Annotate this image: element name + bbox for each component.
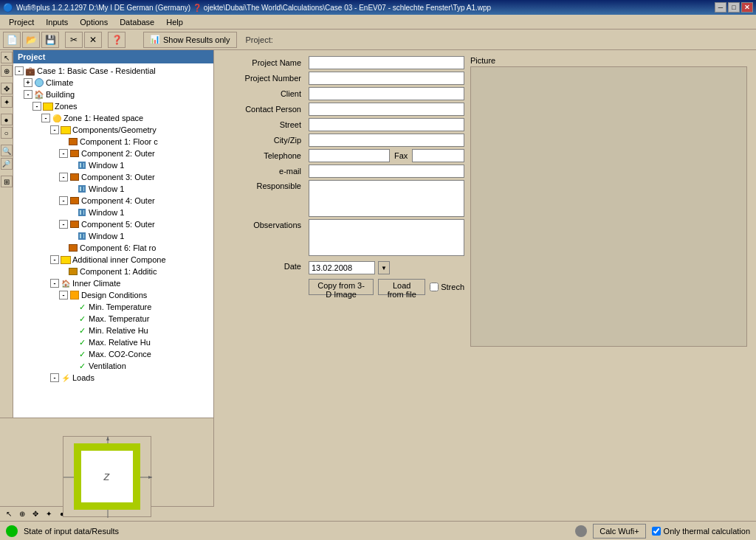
city-zip-input[interactable] [309, 134, 464, 147]
help-button[interactable]: ❓ [108, 32, 126, 48]
save-button[interactable]: 💾 [41, 32, 59, 48]
tree-item-comp3[interactable]: - Component 3: Outer [15, 171, 213, 183]
fax-input[interactable] [412, 149, 464, 162]
street-input[interactable] [309, 118, 464, 131]
expand-additional[interactable]: - [50, 255, 59, 264]
expand-design-conditions[interactable]: - [59, 291, 68, 300]
load-from-file-button[interactable]: Load from file [378, 279, 425, 295]
delete-button[interactable]: ✕ [84, 32, 102, 48]
menu-database[interactable]: Database [114, 16, 160, 28]
menu-project[interactable]: Project [3, 16, 40, 28]
tree-item-design-conditions[interactable]: - Design Conditions [15, 289, 213, 301]
vert-circle2-btn[interactable]: ○ [1, 127, 13, 139]
vert-move-btn[interactable]: ✥ [1, 83, 13, 94]
tree-item-comp1[interactable]: Component 1: Floor c [15, 136, 213, 148]
tree-item-zone1[interactable]: - 🟡 Zone 1: Heated space [15, 112, 213, 124]
strech-checkbox[interactable] [430, 283, 439, 291]
tree-item-building[interactable]: - 🏠 Building [15, 89, 213, 100]
menu-help[interactable]: Help [160, 16, 189, 28]
expand-loads[interactable]: - [50, 373, 59, 382]
vert-circle-btn[interactable]: ● [1, 114, 13, 125]
date-dropdown[interactable]: ▼ [378, 261, 390, 274]
expand-building[interactable]: - [24, 90, 32, 99]
tree-item-window1c[interactable]: Window 1 [15, 207, 213, 218]
tree-item-additional[interactable]: - Additional inner Compone [15, 254, 213, 266]
bottom-btn-2[interactable]: ⊕ [16, 508, 28, 520]
tree-item-comp1add[interactable]: Component 1: Additic [15, 266, 213, 277]
responsible-textarea[interactable] [309, 180, 464, 217]
expand-case[interactable]: - [15, 66, 24, 75]
menu-inputs[interactable]: Inputs [40, 16, 74, 28]
tree-item-max-rh[interactable]: ✓ Max. Relative Hu [15, 336, 213, 348]
tree-item-window1b[interactable]: Window 1 [15, 183, 213, 195]
titlebar-controls[interactable]: ─ □ ✕ [715, 2, 753, 13]
vert-star-btn[interactable]: ✦ [1, 96, 13, 108]
telephone-fax-row: Fax [309, 149, 464, 162]
tree-item-zones[interactable]: - Zones [15, 100, 213, 112]
bottom-btn-3[interactable]: ✥ [30, 508, 41, 520]
cut-button[interactable]: ✂ [65, 32, 83, 48]
comp2-icon [69, 148, 80, 159]
bottom-btn-1[interactable]: ↖ [3, 508, 15, 520]
project-number-label: Project Number [223, 74, 304, 83]
vert-plus-btn[interactable]: ⊕ [1, 65, 13, 77]
vert-zoom-in-btn[interactable]: 🔍 [1, 145, 13, 156]
tree-item-climate[interactable]: + Climate [15, 77, 213, 89]
tree-item-ventilation[interactable]: ✓ Ventilation [15, 360, 213, 372]
expand-comp5[interactable]: - [59, 220, 68, 229]
observations-label: Observations [223, 219, 304, 229]
tree-item-comp5[interactable]: - Component 5: Outer [15, 218, 213, 230]
expand-components[interactable]: - [50, 125, 59, 134]
tree-item-comp6[interactable]: Component 6: Flat ro [15, 242, 213, 254]
tree-item-comp4[interactable]: - Component 4: Outer [15, 195, 213, 207]
maximize-button[interactable]: □ [728, 2, 740, 13]
expand-inner-climate[interactable]: - [50, 279, 59, 288]
telephone-input[interactable] [309, 149, 390, 162]
expand-zones[interactable]: - [32, 102, 41, 111]
tree-item-case[interactable]: - 💼 Case 1: Basic Case - Residential [15, 65, 213, 77]
email-input[interactable] [309, 165, 464, 178]
expand-comp2[interactable]: - [59, 149, 68, 158]
only-thermal-checkbox[interactable] [652, 527, 661, 536]
minimize-button[interactable]: ─ [715, 2, 726, 13]
tree-item-min-rh[interactable]: ✓ Min. Relative Hu [15, 325, 213, 336]
tree-item-window1a[interactable]: Window 1 [15, 159, 213, 171]
show-results-button[interactable]: 📊 Show Results only [143, 32, 237, 48]
comp3-label: Component 3: Outer [81, 173, 155, 181]
tree-container[interactable]: - 💼 Case 1: Basic Case - Residential + C… [13, 63, 213, 418]
titlebar-text: Wufi®plus 1.2.2.1297 D:\My I DE German (… [16, 4, 491, 12]
bottom-btn-4[interactable]: ✦ [43, 508, 55, 520]
project-label: Project: [246, 35, 273, 44]
tree-item-inner-climate[interactable]: - 🏠 Inner Climate [15, 277, 213, 289]
menu-options[interactable]: Options [74, 16, 114, 28]
project-number-input[interactable] [309, 72, 464, 85]
tree-item-max-temp[interactable]: ✓ Max. Temperatur [15, 313, 213, 325]
new-button[interactable]: 📄 [3, 32, 21, 48]
expand-comp4[interactable]: - [59, 196, 68, 205]
vert-zoom-out-btn[interactable]: 🔎 [1, 158, 13, 170]
tree-item-comp2[interactable]: - Component 2: Outer [15, 148, 213, 159]
contact-person-input[interactable] [309, 103, 464, 116]
tree-item-window1d[interactable]: Window 1 [15, 230, 213, 242]
expand-zone1[interactable]: - [41, 114, 50, 122]
expand-comp3[interactable]: - [59, 173, 68, 181]
project-name-input[interactable] [309, 56, 464, 69]
min-rh-label: Min. Relative Hu [89, 326, 148, 335]
open-button[interactable]: 📂 [22, 32, 40, 48]
tree-item-max-co2[interactable]: ✓ Max. CO2-Conce [15, 348, 213, 360]
comp3-icon [69, 172, 80, 182]
close-button[interactable]: ✕ [741, 2, 753, 13]
expand-climate[interactable]: + [24, 78, 32, 87]
tree-item-components[interactable]: - Components/Geometry [15, 124, 213, 136]
building-label: Building [46, 90, 75, 99]
date-input[interactable] [309, 261, 375, 274]
client-input[interactable] [309, 87, 464, 100]
copy-from-3d-button[interactable]: Copy from 3-D Image [309, 279, 374, 295]
vert-arrow-btn[interactable]: ↖ [1, 52, 13, 63]
zones-label: Zones [55, 102, 78, 111]
tree-item-loads[interactable]: - ⚡ Loads [15, 372, 213, 384]
observations-textarea[interactable] [309, 219, 464, 256]
vert-grid-btn[interactable]: ⊞ [1, 176, 13, 187]
calc-wufi-button[interactable]: Calc Wufi+ [593, 524, 645, 539]
tree-item-min-temp[interactable]: ✓ Min. Temperature [15, 301, 213, 313]
